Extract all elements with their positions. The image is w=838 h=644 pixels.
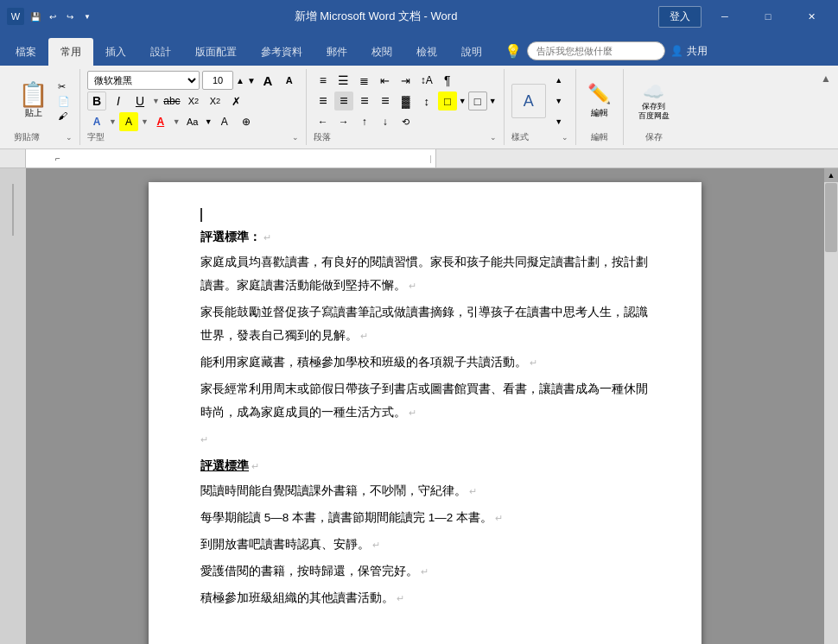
tab-references[interactable]: 參考資料 [249, 38, 314, 66]
text-effect-dropdown[interactable]: ▼ [109, 117, 117, 126]
styles-scroll-up[interactable]: ▲ [549, 71, 568, 90]
font-extra-button[interactable]: A [215, 112, 234, 131]
clear-format-button[interactable]: ✗ [227, 92, 246, 110]
format-painter-button[interactable]: 🖌 [55, 110, 73, 122]
scrollbar[interactable]: ▲ ▼ [824, 168, 838, 644]
styles-scroll-down[interactable]: ▼ [549, 92, 568, 110]
superscript-button[interactable]: X2 [206, 92, 225, 110]
para-mark-1: ↵ [261, 232, 271, 243]
left-margin-line [12, 184, 14, 236]
doc-scroll-area[interactable]: 評選標準： ↵ 家庭成員均喜歡讀書，有良好的閱讀習慣。家長和孩子能共同擬定讀書計… [26, 168, 824, 644]
subscript-button[interactable]: X2 [184, 92, 203, 110]
share-button[interactable]: 👤 共用 [670, 44, 708, 59]
tab-file[interactable]: 檔案 [3, 38, 48, 66]
borders-button[interactable]: □ [468, 92, 487, 110]
font-large-icon[interactable]: A [258, 71, 277, 90]
customize-quick-access-icon[interactable]: ▼ [81, 10, 93, 22]
tab-layout[interactable]: 版面配置 [183, 38, 249, 66]
tab-view[interactable]: 檢視 [404, 38, 449, 66]
save-cloud-button[interactable]: ☁️ 保存到百度网盘 [633, 79, 675, 123]
scroll-up-button[interactable]: ▲ [824, 168, 838, 182]
numbered-list-button[interactable]: ☰ [334, 71, 353, 90]
quick-save-icon[interactable]: 💾 [29, 10, 41, 22]
login-button[interactable]: 登入 [658, 6, 702, 28]
styles-more[interactable]: ▼ [549, 112, 568, 131]
font-expand-icon[interactable]: ⌄ [292, 133, 299, 142]
text-direction-button[interactable]: ⟲ [397, 112, 416, 131]
copy-button[interactable]: 📄 [55, 95, 73, 108]
edit-buttons: ✏️ 編輯 [583, 71, 616, 131]
close-button[interactable]: ✕ [791, 0, 831, 33]
underline-dropdown-icon[interactable]: ▼ [152, 97, 160, 105]
bullets-button[interactable]: ≡ [314, 71, 333, 90]
tab-help[interactable]: 說明 [449, 38, 494, 66]
justify-button[interactable]: ≡ [376, 92, 395, 110]
undo-icon[interactable]: ↩ [47, 10, 59, 22]
tab-review[interactable]: 校閱 [359, 38, 404, 66]
ruler-body[interactable]: ⌐ | [26, 149, 436, 167]
ribbon-collapse-icon[interactable]: ▲ [821, 73, 831, 85]
font-size-down-icon[interactable]: ▼ [247, 76, 256, 85]
increase-indent-button[interactable]: ⇥ [397, 71, 416, 90]
italic-button[interactable]: I [109, 92, 128, 110]
shading-dropdown[interactable]: ▼ [459, 97, 467, 105]
tab-insert[interactable]: 插入 [93, 38, 138, 66]
scroll-track[interactable] [824, 182, 838, 644]
font-controls: 微软雅黑 ▲ ▼ A A B I U ▼ abc X2 X2 ✗ A ▼ [87, 71, 299, 131]
maximize-button[interactable]: □ [748, 0, 788, 33]
text-effect-button[interactable]: A [87, 112, 106, 131]
paragraph-row2: ≡ ≡ ≡ ≡ ▓ ↕ □ ▼ □ ▼ [314, 92, 497, 110]
paste-button[interactable]: 📋 貼上 [14, 80, 53, 122]
scroll-thumb[interactable] [825, 183, 837, 252]
ruler-tab-stop[interactable]: ⌐ [55, 154, 60, 163]
clipboard-expand-icon[interactable]: ⌄ [66, 133, 73, 142]
bold-button[interactable]: B [87, 92, 106, 110]
phonetic-button[interactable]: ⊕ [237, 112, 256, 131]
columns-button[interactable]: ▓ [397, 92, 416, 110]
align-center-button[interactable]: ≡ [334, 92, 353, 110]
para-mark-5: ↵ [406, 407, 416, 418]
line-spacing-button[interactable]: ↕ [417, 92, 436, 110]
font-group-label: 字型 [87, 131, 105, 143]
underline-button[interactable]: U [130, 92, 149, 110]
styles-content: A ▲ ▼ ▼ [511, 71, 568, 131]
light-bulb-icon[interactable]: 💡 [505, 43, 522, 60]
tab-design[interactable]: 設計 [138, 38, 183, 66]
para-spacing-up-button[interactable]: ↑ [355, 112, 374, 131]
sort-button[interactable]: ↕A [417, 71, 436, 90]
highlight-button[interactable]: A [119, 112, 138, 131]
font-color-button[interactable]: A [151, 112, 170, 131]
strikethrough-button[interactable]: abc [162, 92, 181, 110]
decrease-indent-button[interactable]: ⇤ [376, 71, 395, 90]
minimize-button[interactable]: ─ [705, 0, 745, 33]
edit-button[interactable]: ✏️ 編輯 [583, 80, 615, 122]
font-size-up-icon[interactable]: ▲ [236, 76, 244, 85]
ribbon-group-styles: A ▲ ▼ ▼ 樣式 ⌄ [505, 69, 576, 145]
show-marks-button[interactable]: ¶ [438, 71, 457, 90]
tab-home[interactable]: 常用 [48, 38, 93, 66]
cut-button[interactable]: ✂ [55, 80, 73, 93]
multilevel-list-button[interactable]: ≣ [355, 71, 374, 90]
styles-expand-icon[interactable]: ⌄ [562, 133, 568, 142]
align-right-button[interactable]: ≡ [355, 92, 374, 110]
redo-icon[interactable]: ↪ [64, 10, 76, 22]
align-left-button[interactable]: ≡ [314, 92, 333, 110]
font-color-dropdown[interactable]: ▼ [173, 117, 181, 126]
para-spacing-down-button[interactable]: ↓ [376, 112, 395, 131]
ribbon-group-save: ☁️ 保存到百度网盘 保存 [624, 69, 684, 145]
borders-dropdown[interactable]: ▼ [489, 97, 497, 105]
uppercase-dropdown[interactable]: ▼ [205, 117, 213, 126]
tell-me-input[interactable] [527, 41, 665, 60]
font-size-input[interactable] [202, 71, 233, 90]
font-small-icon[interactable]: A [280, 71, 299, 90]
font-name-select[interactable]: 微软雅黑 [87, 71, 200, 90]
decrease-para-indent-button[interactable]: ← [314, 112, 333, 131]
clipboard-group-label: 剪貼簿 [14, 131, 40, 143]
paragraph-expand-icon[interactable]: ⌄ [490, 133, 497, 142]
increase-para-indent-button[interactable]: → [334, 112, 353, 131]
highlight-dropdown[interactable]: ▼ [141, 117, 149, 126]
tab-mailings[interactable]: 郵件 [314, 38, 359, 66]
shading-button[interactable]: □ [438, 92, 457, 110]
styles-gallery-button[interactable]: A [511, 84, 546, 118]
uppercase-button[interactable]: Aa [183, 112, 202, 131]
